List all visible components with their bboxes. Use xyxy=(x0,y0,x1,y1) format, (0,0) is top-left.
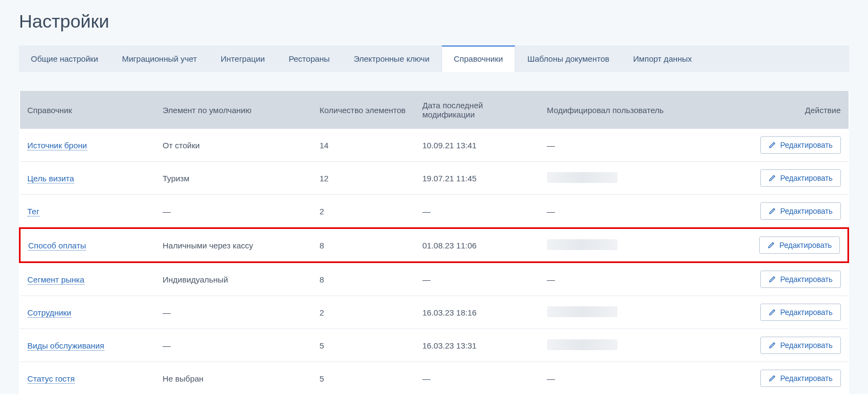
table-row: Цель визитаТуризм1219.07.21 11:45Редакти… xyxy=(20,162,849,195)
cell-count: 5 xyxy=(312,362,415,395)
cell-modified-by: — xyxy=(540,129,718,162)
tabs-bar: Общие настройкиМиграционный учетИнтеграц… xyxy=(19,45,849,72)
tab-4[interactable]: Электронные ключи xyxy=(341,45,441,72)
tab-3[interactable]: Рестораны xyxy=(277,45,341,72)
page-title: Настройки xyxy=(19,11,849,32)
cell-last-modified: 16.03.23 18:16 xyxy=(415,296,540,329)
pencil-icon xyxy=(768,308,776,316)
edit-button-label: Редактировать xyxy=(780,207,833,215)
directory-link[interactable]: Способ оплаты xyxy=(28,241,86,251)
header-last-modified: Дата последней модификации xyxy=(415,91,540,129)
edit-button-label: Редактировать xyxy=(780,308,833,317)
directory-link[interactable]: Тег xyxy=(28,207,40,216)
table-row: Сегмент рынкаИндивидуальный8——Редактиров… xyxy=(20,262,849,296)
header-modified-by: Модифицировал пользователь xyxy=(540,91,718,129)
edit-button[interactable]: Редактировать xyxy=(759,237,840,254)
table-row: Тег—2——Редактировать xyxy=(20,195,849,228)
directory-link[interactable]: Сотрудники xyxy=(28,308,71,318)
redacted-placeholder xyxy=(547,239,617,250)
cell-modified-by xyxy=(540,296,718,329)
edit-button-label: Редактировать xyxy=(780,141,833,149)
cell-count: 2 xyxy=(312,195,415,228)
cell-modified-by: — xyxy=(540,362,718,395)
redacted-placeholder xyxy=(547,306,617,317)
edit-button[interactable]: Редактировать xyxy=(760,370,841,387)
tab-1[interactable]: Миграционный учет xyxy=(110,45,209,72)
edit-button[interactable]: Редактировать xyxy=(760,337,841,354)
pencil-icon xyxy=(768,174,776,182)
pencil-icon xyxy=(768,275,776,283)
redacted-placeholder xyxy=(547,339,617,350)
edit-button-label: Редактировать xyxy=(779,241,832,249)
redacted-placeholder xyxy=(547,172,617,183)
directory-link[interactable]: Статус гостя xyxy=(28,374,75,384)
directory-link[interactable]: Цель визита xyxy=(28,174,74,183)
table-row: Источник брониОт стойки1410.09.21 13:41—… xyxy=(20,129,849,162)
edit-button[interactable]: Редактировать xyxy=(760,202,841,220)
pencil-icon xyxy=(767,241,775,249)
table-row: Виды обслуживания—516.03.23 13:31Редакти… xyxy=(20,329,849,362)
cell-default: Туризм xyxy=(155,162,312,195)
cell-modified-by xyxy=(540,228,718,262)
cell-last-modified: 01.08.23 11:06 xyxy=(415,228,540,262)
cell-count: 2 xyxy=(312,296,415,329)
cell-count: 5 xyxy=(312,329,415,362)
cell-last-modified: 19.07.21 11:45 xyxy=(415,162,540,195)
header-name: Справочник xyxy=(20,91,155,129)
cell-last-modified: 16.03.23 13:31 xyxy=(415,329,540,362)
cell-default: — xyxy=(155,296,312,329)
edit-button-label: Редактировать xyxy=(780,374,833,383)
tab-0[interactable]: Общие настройки xyxy=(19,45,110,72)
directory-link[interactable]: Виды обслуживания xyxy=(28,341,104,351)
tab-6[interactable]: Шаблоны документов xyxy=(515,45,621,72)
edit-button[interactable]: Редактировать xyxy=(760,169,841,187)
pencil-icon xyxy=(768,207,776,215)
header-count: Количество элементов xyxy=(312,91,415,129)
cell-default: — xyxy=(155,329,312,362)
header-action: Действие xyxy=(718,91,849,129)
cell-last-modified: — xyxy=(415,195,540,228)
cell-last-modified: — xyxy=(415,362,540,395)
table-row: Способ оплатыНаличными через кассу801.08… xyxy=(20,228,849,262)
tab-7[interactable]: Импорт данных xyxy=(621,45,704,72)
cell-count: 8 xyxy=(312,262,415,296)
tab-2[interactable]: Интеграции xyxy=(209,45,277,72)
cell-count: 14 xyxy=(312,129,415,162)
cell-modified-by xyxy=(540,162,718,195)
edit-button[interactable]: Редактировать xyxy=(760,271,841,288)
cell-count: 12 xyxy=(312,162,415,195)
cell-default: Не выбран xyxy=(155,362,312,395)
cell-default: — xyxy=(155,195,312,228)
pencil-icon xyxy=(768,342,776,349)
edit-button[interactable]: Редактировать xyxy=(760,304,841,321)
cell-count: 8 xyxy=(312,228,415,262)
directories-table: Справочник Элемент по умолчанию Количест… xyxy=(19,91,849,394)
directory-link[interactable]: Сегмент рынка xyxy=(28,275,84,285)
cell-default: Наличными через кассу xyxy=(155,228,312,262)
table-row: Сотрудники—216.03.23 18:16Редактировать xyxy=(20,296,849,329)
edit-button-label: Редактировать xyxy=(780,174,833,182)
edit-button-label: Редактировать xyxy=(780,275,833,284)
cell-last-modified: 10.09.21 13:41 xyxy=(415,129,540,162)
cell-default: От стойки xyxy=(155,129,312,162)
cell-last-modified: — xyxy=(415,262,540,296)
cell-modified-by xyxy=(540,329,718,362)
table-row: Статус гостяНе выбран5——Редактировать xyxy=(20,362,849,395)
edit-button[interactable]: Редактировать xyxy=(760,136,841,154)
cell-modified-by: — xyxy=(540,195,718,228)
tab-5[interactable]: Справочники xyxy=(442,45,516,72)
directory-link[interactable]: Источник брони xyxy=(28,141,87,150)
cell-default: Индивидуальный xyxy=(155,262,312,296)
cell-modified-by: — xyxy=(540,262,718,296)
header-default: Элемент по умолчанию xyxy=(155,91,312,129)
edit-button-label: Редактировать xyxy=(780,341,833,350)
pencil-icon xyxy=(768,375,776,382)
pencil-icon xyxy=(768,141,776,149)
